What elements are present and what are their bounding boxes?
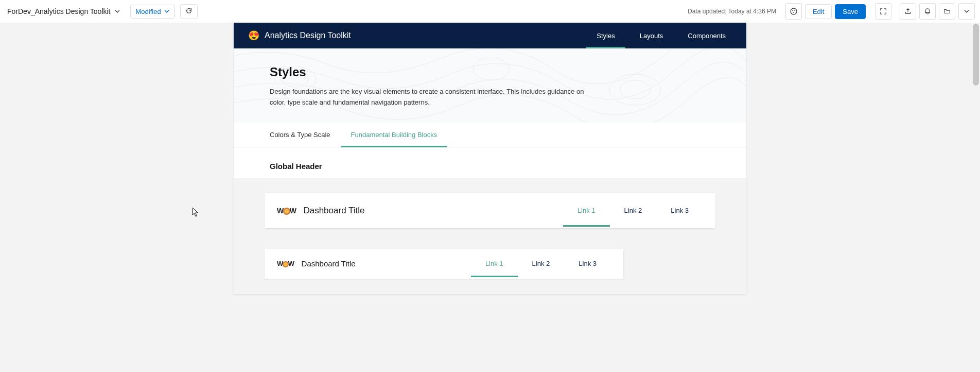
subtabs: Colors & Type Scale Fundamental Building… (234, 123, 746, 147)
example-header-nav-small: Link 1 Link 2 Link 3 (471, 250, 611, 277)
vertical-scrollbar[interactable] (973, 24, 979, 86)
nav-layouts[interactable]: Layouts (640, 23, 663, 48)
save-button[interactable]: Save (835, 4, 866, 19)
svg-point-1 (792, 10, 793, 11)
modified-status-button[interactable]: Modified (130, 5, 175, 19)
example-small-link-1[interactable]: Link 1 (471, 250, 518, 277)
modified-label: Modified (136, 8, 161, 15)
example-header-nav: Link 1 Link 2 Link 3 (563, 194, 703, 227)
example-link-1[interactable]: Link 1 (563, 194, 610, 227)
document-title: ForDev_Analytics Design Toolkit (5, 7, 111, 15)
cursor-icon (192, 207, 199, 217)
nav-styles[interactable]: Styles (597, 23, 615, 48)
doc-menu-chevron-down-icon[interactable] (115, 7, 120, 16)
dashboard-preview: 😍 Analytics Design Toolkit Styles Layout… (234, 23, 746, 294)
edit-button[interactable]: Edit (805, 4, 832, 19)
chevron-down-icon (164, 9, 169, 14)
canvas-area: 😍 Analytics Design Toolkit Styles Layout… (0, 23, 980, 372)
folder-button[interactable] (939, 3, 955, 20)
bell-icon (924, 8, 931, 15)
folder-icon (943, 8, 951, 15)
tab-colors-type-scale[interactable]: Colors & Type Scale (270, 123, 330, 147)
nav-components[interactable]: Components (688, 23, 726, 48)
example-title-text-small: Dashboard Title (302, 259, 356, 268)
chevron-down-icon (964, 9, 969, 14)
dashboard-title-text: Analytics Design Toolkit (265, 31, 351, 40)
example-title-text: Dashboard Title (303, 206, 364, 216)
section-global-header-title: Global Header (234, 147, 746, 178)
svg-point-2 (794, 10, 795, 11)
wow-logo-icon: WW (277, 260, 294, 267)
palette-icon (790, 7, 798, 15)
refresh-button[interactable] (180, 4, 198, 19)
fullscreen-button[interactable] (875, 3, 891, 20)
more-menu-button[interactable] (958, 3, 975, 20)
heart-eyes-emoji-icon: 😍 (248, 30, 259, 41)
page-title: Styles (270, 65, 710, 79)
hero-section: Styles Design foundations are the key vi… (234, 48, 746, 123)
svg-point-0 (791, 8, 797, 14)
svg-point-3 (793, 12, 794, 13)
example-link-3[interactable]: Link 3 (656, 194, 703, 227)
app-toolbar: ForDev_Analytics Design Toolkit Modified… (0, 0, 980, 23)
dashboard-header-title: 😍 Analytics Design Toolkit (248, 30, 351, 41)
example-small-link-2[interactable]: Link 2 (518, 250, 565, 277)
page-description: Design foundations are the key visual el… (270, 87, 589, 108)
refresh-icon (185, 7, 192, 14)
tab-fundamental-building-blocks[interactable]: Fundamental Building Blocks (351, 123, 437, 147)
toolbar-right-group (872, 3, 975, 20)
color-theme-button[interactable] (785, 3, 802, 20)
wow-logo-icon: WW (277, 207, 296, 215)
example-header-title-small: WW Dashboard Title (277, 259, 356, 268)
example-header-small: WW Dashboard Title Link 1 Link 2 Link 3 (265, 249, 623, 279)
example-link-2[interactable]: Link 2 (610, 194, 657, 227)
example-header-title: WW Dashboard Title (277, 206, 365, 216)
doc-title-group: ForDev_Analytics Design Toolkit (5, 7, 120, 16)
expand-icon (880, 8, 887, 15)
share-icon (904, 8, 912, 15)
dashboard-global-header: 😍 Analytics Design Toolkit Styles Layout… (234, 23, 746, 48)
data-updated-text: Data updated: Today at 4:36 PM (688, 8, 776, 15)
share-button[interactable] (900, 3, 916, 20)
dashboard-header-nav: Styles Layouts Components (597, 23, 732, 48)
example-small-link-3[interactable]: Link 3 (564, 250, 611, 277)
notifications-button[interactable] (919, 3, 936, 20)
example-header-large: WW Dashboard Title Link 1 Link 2 Link 3 (265, 193, 715, 228)
examples-area: WW Dashboard Title Link 1 Link 2 Link 3 … (234, 178, 746, 294)
